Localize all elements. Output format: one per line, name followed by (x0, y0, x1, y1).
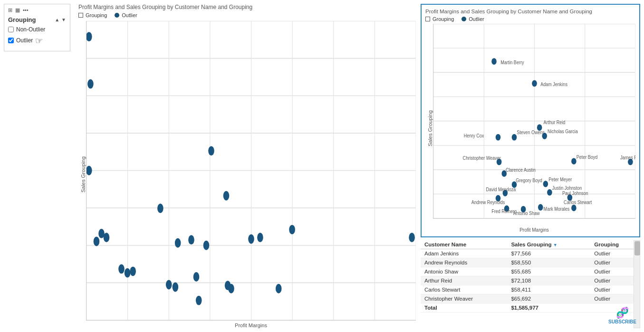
svg-point-56 (248, 234, 254, 244)
svg-text:James Foster: James Foster (620, 155, 635, 160)
svg-point-94 (496, 134, 501, 141)
table-row: Antonio Shaw $55,685 Outlier (421, 267, 640, 276)
bottom-table: Customer Name Sales Grouping ▼ Grouping … (421, 240, 640, 328)
svg-point-126 (571, 205, 577, 211)
right-chart-title: Profit Margins and Sales Grouping by Cus… (425, 9, 635, 14)
right-legend-outlier-label: Outlier (469, 16, 484, 22)
legend-grouping: Grouping (78, 12, 107, 18)
svg-point-37 (87, 166, 92, 176)
cell-grouping-1: Outlier (590, 258, 640, 267)
svg-point-36 (87, 79, 94, 88)
svg-point-47 (175, 238, 181, 248)
right-x-axis-label: Profit Margins (433, 227, 635, 233)
right-legend-outlier-dot (461, 17, 466, 21)
svg-point-41 (118, 264, 125, 273)
svg-point-46 (173, 283, 179, 292)
legend-outlier-dot (115, 13, 119, 18)
right-legend-grouping-icon (425, 17, 430, 21)
outlier-checkbox[interactable] (8, 38, 14, 43)
subscribe-button[interactable]: 🧬 SUBSCRIBE (608, 307, 636, 324)
cell-grouping-4: Outlier (590, 285, 640, 294)
total-value: $1,585,977 (507, 303, 590, 312)
svg-point-90 (532, 80, 537, 87)
middle-chart-legend: Grouping Outlier (78, 12, 416, 18)
right-legend-grouping: Grouping (425, 16, 454, 22)
svg-point-48 (188, 235, 194, 244)
arrow-down[interactable]: ▼ (61, 17, 66, 22)
grouping-title: Grouping (8, 16, 36, 23)
grouping-arrows: ▲ ▼ (55, 17, 66, 22)
grouping-header: Grouping ▲ ▼ (8, 16, 66, 23)
arrow-up[interactable]: ▲ (55, 17, 59, 22)
svg-point-42 (125, 268, 131, 278)
data-table: Customer Name Sales Grouping ▼ Grouping … (421, 240, 640, 312)
svg-text:Carlos Stewart: Carlos Stewart (564, 199, 592, 205)
table-icon: ▦ (15, 7, 20, 13)
svg-text:Clarence Austin: Clarence Austin (506, 167, 536, 173)
table-row: Adam Jenkins $77,566 Outlier (421, 249, 640, 258)
col-customer-name[interactable]: Customer Name (421, 240, 507, 249)
svg-text:Christopher Weaver: Christopher Weaver (463, 155, 501, 161)
main-container: ⊞ ▦ ••• Grouping ▲ ▼ Non-Outlier Outlier… (0, 0, 644, 332)
non-outlier-checkbox[interactable] (8, 27, 14, 32)
cell-name-4: Carlos Stewart (421, 285, 507, 294)
svg-text:Paul Johnson: Paul Johnson (562, 190, 588, 196)
table-row: Carlos Stewart $58,411 Outlier (421, 285, 640, 294)
svg-point-57 (257, 233, 263, 242)
svg-point-114 (547, 189, 552, 196)
right-scatter-svg: $55K $60K $65K $70K $75K $80K $85K $90K … (433, 24, 635, 218)
svg-point-98 (542, 133, 547, 139)
cell-sales-5: $65,692 (507, 294, 590, 303)
top-toolbar: ⊞ ▦ ••• (8, 7, 66, 13)
svg-point-53 (223, 191, 230, 201)
svg-text:Martin Berry: Martin Berry (500, 59, 524, 65)
svg-point-50 (196, 296, 202, 305)
col-sales-grouping[interactable]: Sales Grouping ▼ (507, 240, 590, 249)
svg-text:David Mendoza: David Mendoza (486, 186, 516, 192)
table-row: Andrew Reynolds $58,550 Outlier (421, 258, 640, 267)
svg-text:Arthur Reid: Arthur Reid (544, 119, 566, 125)
legend-outlier-label: Outlier (122, 12, 137, 18)
svg-text:Henry Cox: Henry Cox (464, 133, 484, 138)
legend-grouping-label: Grouping (86, 12, 107, 18)
svg-point-51 (203, 241, 210, 250)
grid-icon: ⊞ (8, 7, 12, 13)
right-legend-grouping-label: Grouping (433, 16, 454, 22)
svg-point-38 (94, 237, 100, 246)
total-row: Total $1,585,977 (421, 303, 640, 312)
legend-outlier: Outlier (115, 12, 137, 18)
subscribe-label: SUBSCRIBE (608, 319, 636, 324)
cell-sales-0: $77,566 (507, 249, 590, 258)
svg-point-35 (87, 32, 92, 41)
svg-text:Adam Jenkins: Adam Jenkins (540, 81, 567, 87)
svg-point-40 (104, 233, 110, 242)
cell-grouping-0: Outlier (590, 249, 640, 258)
svg-point-52 (208, 146, 214, 156)
cell-grouping-3: Outlier (590, 276, 640, 285)
svg-text:Peter Meyer: Peter Meyer (548, 176, 572, 182)
outlier-label: Outlier (16, 37, 33, 44)
svg-point-49 (193, 272, 200, 282)
scrollbar-thumb[interactable] (634, 241, 640, 255)
middle-x-axis-label: Profit Margins (86, 322, 416, 328)
grouping-box: ⊞ ▦ ••• Grouping ▲ ▼ Non-Outlier Outlier… (4, 4, 70, 51)
cell-name-5: Christopher Weaver (421, 294, 507, 303)
cell-grouping-5: Outlier (590, 294, 640, 303)
right-chart-box: Profit Margins and Sales Grouping by Cus… (421, 4, 640, 237)
cell-name-1: Andrew Reynolds (421, 258, 507, 267)
cell-sales-4: $58,411 (507, 285, 590, 294)
svg-point-45 (166, 280, 172, 290)
col-grouping[interactable]: Grouping (590, 240, 640, 249)
more-icon: ••• (23, 7, 29, 13)
non-outlier-checkbox-item[interactable]: Non-Outlier (8, 26, 66, 33)
middle-y-axis-label: Sales Grouping (78, 156, 86, 193)
total-label: Total (421, 303, 507, 312)
cursor-icon: ☞ (35, 36, 43, 46)
svg-point-43 (130, 266, 136, 276)
svg-text:Andrew Reynolds: Andrew Reynolds (471, 199, 505, 205)
cell-name-3: Arthur Reid (421, 276, 507, 285)
outlier-checkbox-item[interactable]: Outlier ☞ (8, 35, 66, 46)
svg-point-102 (571, 158, 577, 165)
middle-scatter-svg: $55K $60K $65K $70K $75K $80K $85K $90K … (87, 21, 416, 320)
svg-point-59 (289, 225, 295, 234)
